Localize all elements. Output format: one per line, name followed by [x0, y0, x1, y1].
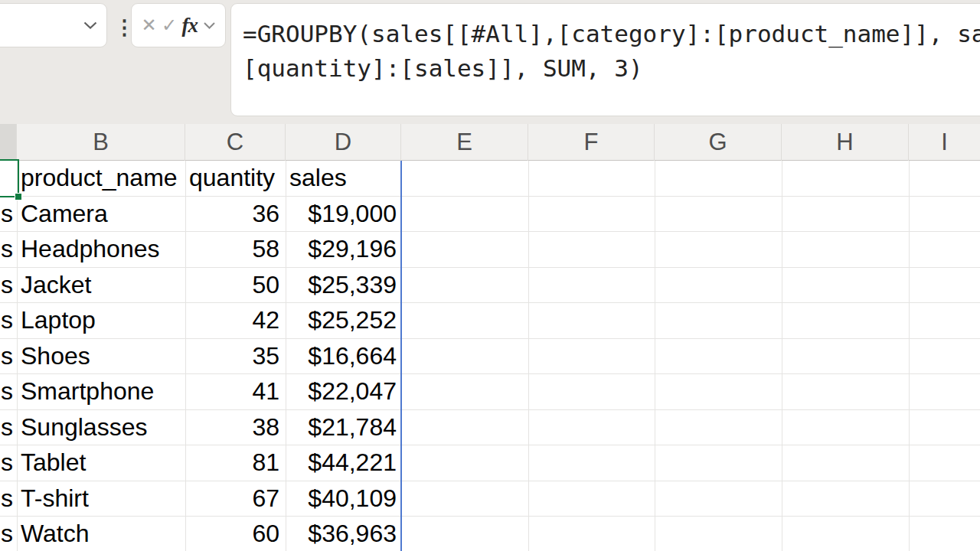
table-row: s Sunglasses 38 $21,784: [0, 410, 980, 446]
cancel-icon[interactable]: ✕: [141, 16, 156, 34]
table-row: s Tablet 81 $44,221: [0, 445, 980, 481]
cell-quantity[interactable]: 35: [185, 339, 286, 374]
cell-product[interactable]: Shoes: [17, 339, 185, 374]
gridline: [286, 161, 286, 551]
cell-product[interactable]: Headphones: [17, 232, 185, 267]
name-box[interactable]: [0, 3, 107, 47]
cell-product[interactable]: Jacket: [17, 268, 185, 303]
formula-text-line-1: =GROUPBY(sales[[#All],[category]:[produc…: [243, 17, 980, 51]
cell-category[interactable]: s: [0, 374, 17, 409]
cell-product[interactable]: Laptop: [17, 303, 185, 338]
table-row: s Camera 36 $19,000: [0, 197, 980, 233]
column-header-i[interactable]: I: [909, 124, 980, 161]
column-header-a[interactable]: [0, 124, 17, 161]
active-cell-border: [0, 159, 19, 197]
cell-sales[interactable]: $16,664: [286, 339, 401, 374]
cell-product[interactable]: Smartphone: [17, 374, 185, 409]
column-header-e[interactable]: E: [401, 124, 528, 161]
cell-product[interactable]: Tablet: [17, 445, 185, 481]
sheet-grid: B C D E F G H I product_name quantity sa…: [0, 124, 980, 551]
gridline: [185, 161, 186, 551]
cell-product[interactable]: Watch: [17, 517, 185, 551]
table-row-headers: product_name quantity sales: [0, 161, 980, 197]
cell-product[interactable]: T-shirt: [17, 481, 185, 517]
insert-function-icon[interactable]: fx: [182, 15, 198, 36]
cell-category[interactable]: s: [0, 339, 17, 374]
cell-sales[interactable]: $29,196: [286, 232, 401, 267]
table-row: s Laptop 42 $25,252: [0, 303, 980, 339]
cell-quantity[interactable]: 50: [185, 268, 286, 303]
cell-quantity[interactable]: 42: [185, 303, 286, 338]
column-header-f[interactable]: F: [528, 124, 655, 161]
column-header-b[interactable]: B: [17, 124, 185, 161]
table-row: s Jacket 50 $25,339: [0, 268, 980, 304]
table-row: s Watch 60 $36,963: [0, 517, 980, 551]
cell-quantity[interactable]: 38: [185, 410, 286, 445]
gridline: [782, 161, 782, 551]
table-row: s T-shirt 67 $40,109: [0, 481, 980, 517]
enter-icon[interactable]: ✓: [162, 16, 177, 34]
spill-range-border: [400, 161, 402, 551]
formula-input[interactable]: =GROUPBY(sales[[#All],[category]:[produc…: [230, 3, 980, 116]
cell-category[interactable]: s: [0, 303, 17, 338]
cell-sales[interactable]: $19,000: [286, 197, 401, 232]
table-row: s Shoes 35 $16,664: [0, 339, 980, 375]
more-options-icon[interactable]: ⋮: [114, 12, 126, 43]
spreadsheet-app: ⋮ ✕ ✓ fx =GROUPBY(sales[[#All],[category…: [0, 0, 980, 551]
formula-text-line-2: [quantity]:[sales]], SUM, 3): [243, 51, 980, 86]
cell-category[interactable]: s: [0, 481, 17, 517]
gridline: [528, 161, 529, 551]
cell-sales[interactable]: $22,047: [286, 374, 401, 409]
cell-quantity[interactable]: 36: [185, 197, 286, 232]
gridline: [17, 161, 18, 551]
cell-quantity[interactable]: 41: [185, 374, 286, 409]
column-header-c[interactable]: C: [185, 124, 286, 161]
cell-category[interactable]: s: [0, 268, 17, 303]
cell-category[interactable]: s: [0, 410, 17, 445]
cell-quantity-header[interactable]: quantity: [185, 161, 286, 196]
cell-sales-header[interactable]: sales: [286, 161, 401, 196]
gridline: [655, 161, 655, 551]
cell-sales[interactable]: $36,963: [286, 517, 401, 551]
formula-bar-area: ⋮ ✕ ✓ fx =GROUPBY(sales[[#All],[category…: [0, 0, 980, 124]
column-header-row: B C D E F G H I: [0, 124, 980, 161]
cell-sales[interactable]: $25,339: [286, 268, 401, 303]
cell-quantity[interactable]: 67: [185, 481, 286, 517]
cell-category[interactable]: s: [0, 232, 17, 267]
table-row: s Smartphone 41 $22,047: [0, 374, 980, 410]
formula-toolbar: ✕ ✓ fx: [131, 3, 226, 47]
cell-quantity[interactable]: 58: [185, 232, 286, 267]
chevron-down-icon[interactable]: [83, 21, 98, 30]
cell-sales[interactable]: $21,784: [286, 410, 401, 445]
table-row: s Headphones 58 $29,196: [0, 232, 980, 268]
cell-category[interactable]: s: [0, 445, 17, 481]
column-header-g[interactable]: G: [655, 124, 782, 161]
cell-product[interactable]: Sunglasses: [17, 410, 185, 445]
cell-product[interactable]: Camera: [17, 197, 185, 232]
fill-handle[interactable]: [15, 193, 22, 201]
gridline: [909, 161, 910, 551]
cell-rows: product_name quantity sales s Camera 36 …: [0, 161, 980, 551]
cell-product-name-header[interactable]: product_name: [17, 161, 185, 196]
cell-quantity[interactable]: 60: [185, 517, 286, 551]
cell-sales[interactable]: $40,109: [286, 481, 401, 517]
cell-sales[interactable]: $44,221: [286, 445, 401, 481]
column-header-h[interactable]: H: [782, 124, 909, 161]
cell-sales[interactable]: $25,252: [286, 303, 401, 338]
column-header-d[interactable]: D: [286, 124, 401, 161]
chevron-down-icon[interactable]: [203, 21, 216, 30]
cell-quantity[interactable]: 81: [185, 445, 286, 481]
cell-category[interactable]: s: [0, 197, 17, 232]
cell-category[interactable]: s: [0, 517, 17, 551]
